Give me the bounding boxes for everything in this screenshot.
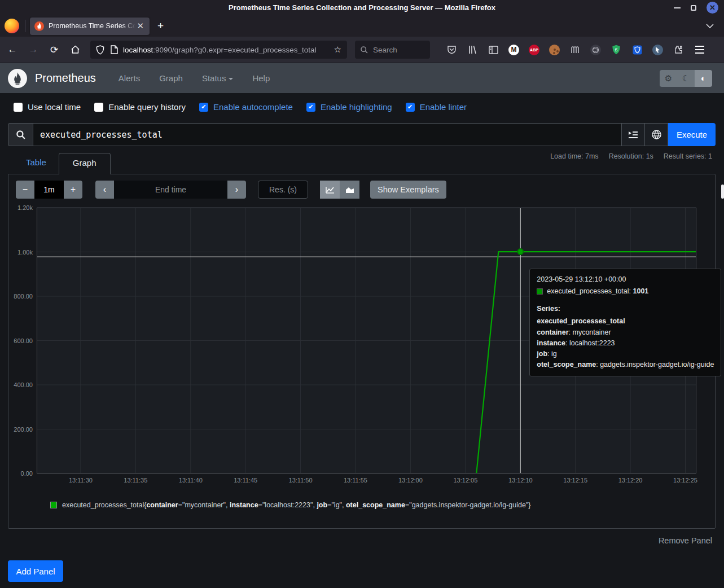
chart-tooltip: 2023-05-29 13:12:10 +00:00 executed_proc… bbox=[529, 269, 721, 376]
menu-icon[interactable] bbox=[695, 46, 704, 54]
theme-dark-moon-icon[interactable]: ☾ bbox=[677, 70, 695, 87]
theme-settings-gear-icon[interactable]: ⚙ bbox=[660, 70, 677, 87]
theme-toggle-group: ⚙ ☾ ◐ bbox=[660, 70, 712, 87]
range-decrease-button[interactable]: − bbox=[16, 181, 34, 199]
extensions-puzzle-icon[interactable] bbox=[673, 44, 684, 55]
svg-text:600.00: 600.00 bbox=[14, 337, 33, 344]
query-expression-input[interactable]: executed_processes_total bbox=[33, 123, 622, 146]
svg-text:13:11:55: 13:11:55 bbox=[344, 477, 367, 484]
checkbox-icon[interactable] bbox=[14, 103, 23, 112]
options-row: Use local timeEnable query history✔Enabl… bbox=[14, 102, 467, 112]
tooltip-labels: container: mycontainerinstance: localhos… bbox=[537, 327, 714, 370]
resolution: Resolution: 1s bbox=[609, 152, 653, 160]
back-icon[interactable]: ← bbox=[4, 41, 21, 58]
close-icon[interactable]: ✕ bbox=[707, 2, 718, 14]
prometheus-navbar: Prometheus Alerts Graph Status Help ⚙ ☾ … bbox=[0, 63, 724, 93]
nav-item-graph[interactable]: Graph bbox=[159, 73, 183, 83]
tooltip-timestamp: 2023-05-29 13:12:10 +00:00 bbox=[537, 274, 714, 284]
prometheus-logo-icon[interactable] bbox=[8, 69, 27, 88]
option-use-local-time[interactable]: Use local time bbox=[14, 102, 81, 112]
pointer-extension-icon[interactable] bbox=[652, 45, 663, 55]
tab-close-icon[interactable]: ✕ bbox=[135, 21, 145, 31]
extension-icons: M ABP £ bbox=[446, 44, 684, 55]
option-enable-linter[interactable]: ✔Enable linter bbox=[406, 102, 467, 112]
nav-item-status[interactable]: Status bbox=[202, 73, 234, 83]
graph-panel: − 1m + ‹ End time › Res. (s) Show Exempl… bbox=[8, 174, 716, 529]
legend-series-text: executed_processes_total{container="myco… bbox=[62, 501, 530, 509]
option-enable-query-history[interactable]: Enable query history bbox=[94, 102, 186, 112]
nav-links: Alerts Graph Status Help bbox=[119, 73, 270, 83]
resolution-input[interactable]: Res. (s) bbox=[258, 181, 308, 199]
svg-text:13:11:35: 13:11:35 bbox=[124, 477, 147, 484]
tab-title: Prometheus Time Series Col bbox=[49, 22, 135, 30]
tab-separator bbox=[25, 20, 25, 32]
tooltip-value: executed_processes_total: 1001 bbox=[547, 286, 648, 296]
maximize-icon[interactable] bbox=[691, 5, 696, 11]
checkbox-icon[interactable]: ✔ bbox=[406, 103, 415, 112]
theme-auto-icon[interactable]: ◐ bbox=[695, 70, 712, 87]
forward-icon[interactable]: → bbox=[25, 41, 42, 58]
green-shield-extension-icon[interactable]: £ bbox=[611, 44, 622, 55]
page-info-icon[interactable] bbox=[111, 45, 118, 54]
minimize-icon[interactable] bbox=[674, 7, 681, 8]
brand-title[interactable]: Prometheus bbox=[35, 72, 96, 85]
load-time: Load time: 7ms bbox=[550, 152, 598, 160]
cookie-extension-icon[interactable] bbox=[549, 45, 560, 55]
svg-text:800.00: 800.00 bbox=[14, 293, 33, 300]
bookmark-star-icon[interactable]: ☆ bbox=[334, 45, 341, 55]
home-icon[interactable] bbox=[67, 41, 84, 58]
svg-text:13:12:15: 13:12:15 bbox=[563, 477, 587, 484]
window-titlebar: Prometheus Time Series Collection and Pr… bbox=[0, 0, 724, 15]
svg-text:13:12:00: 13:12:00 bbox=[398, 477, 423, 484]
option-enable-autocomplete[interactable]: ✔Enable autocomplete bbox=[199, 102, 293, 112]
show-exemplars-button[interactable]: Show Exemplars bbox=[370, 181, 446, 199]
window-controls: ✕ bbox=[674, 0, 718, 15]
svg-text:13:11:50: 13:11:50 bbox=[289, 477, 313, 484]
checkbox-icon[interactable] bbox=[94, 103, 103, 112]
execute-button[interactable]: Execute bbox=[668, 123, 716, 146]
browser-tab[interactable]: Prometheus Time Series Col ✕ bbox=[30, 17, 150, 35]
range-control: − 1m + bbox=[16, 181, 82, 199]
query-tree-view-button[interactable] bbox=[622, 123, 645, 146]
scrollbar-thumb[interactable] bbox=[721, 185, 724, 199]
checkbox-icon[interactable]: ✔ bbox=[306, 103, 315, 112]
range-input[interactable]: 1m bbox=[34, 181, 64, 199]
containers-fence-icon[interactable] bbox=[569, 44, 581, 55]
new-tab-button[interactable]: + bbox=[157, 20, 164, 32]
tab-graph[interactable]: Graph bbox=[59, 153, 111, 174]
chevron-down-icon bbox=[229, 78, 233, 80]
end-time-input[interactable]: End time bbox=[114, 181, 227, 199]
stacked-chart-icon[interactable] bbox=[340, 181, 359, 199]
adblock-plus-icon[interactable]: ABP bbox=[529, 45, 539, 55]
url-bar[interactable]: localhost:9090/graph?g0.expr=executed_pr… bbox=[90, 41, 347, 59]
sidebar-icon[interactable] bbox=[488, 44, 499, 55]
search-icon bbox=[16, 130, 25, 139]
chart-type-toggle bbox=[320, 181, 359, 199]
chart-legend[interactable]: executed_processes_total{container="myco… bbox=[50, 501, 530, 509]
library-icon[interactable] bbox=[467, 44, 478, 55]
time-back-chevron-icon[interactable]: ‹ bbox=[95, 181, 114, 199]
svg-text:400.00: 400.00 bbox=[14, 381, 33, 388]
query-stats: Load time: 7ms Resolution: 1s Result ser… bbox=[550, 152, 712, 160]
metrics-explorer-globe-button[interactable] bbox=[645, 123, 668, 146]
url-text[interactable]: localhost:9090/graph?g0.expr=executed_pr… bbox=[123, 46, 331, 54]
range-increase-button[interactable]: + bbox=[64, 181, 82, 199]
checkbox-icon[interactable]: ✔ bbox=[199, 103, 208, 112]
remove-panel-link[interactable]: Remove Panel bbox=[659, 536, 712, 545]
add-panel-button[interactable]: Add Panel bbox=[8, 560, 63, 582]
line-chart-icon[interactable] bbox=[320, 181, 340, 199]
bitwarden-shield-icon[interactable] bbox=[631, 44, 643, 55]
time-forward-chevron-icon[interactable]: › bbox=[227, 181, 246, 199]
list-tabs-chevron-icon[interactable] bbox=[706, 24, 714, 29]
option-enable-highlighting[interactable]: ✔Enable highlighting bbox=[306, 102, 392, 112]
nav-item-help[interactable]: Help bbox=[252, 73, 270, 83]
tracking-protection-shield-icon[interactable] bbox=[96, 45, 104, 55]
firefox-logo-icon[interactable] bbox=[5, 19, 19, 33]
extension-globe-icon[interactable] bbox=[590, 45, 601, 55]
search-bar[interactable]: Search bbox=[355, 41, 430, 59]
mullvad-extension-icon[interactable]: M bbox=[508, 45, 519, 55]
tab-table[interactable]: Table bbox=[14, 153, 59, 174]
reload-icon[interactable]: ⟳ bbox=[46, 41, 63, 58]
nav-item-alerts[interactable]: Alerts bbox=[119, 73, 140, 83]
pocket-icon[interactable] bbox=[446, 44, 457, 55]
